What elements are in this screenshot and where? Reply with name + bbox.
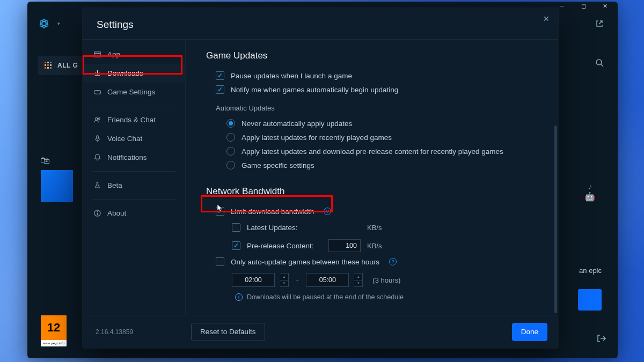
radio-icon: [226, 147, 235, 156]
schedule-note-text: Downloads will be paused at the end of t…: [247, 293, 404, 301]
nav-friends-label: Friends & Chat: [107, 116, 156, 124]
radio-specific[interactable]: Game specific settings: [206, 158, 535, 172]
mic-icon: [93, 135, 101, 143]
pegi-rating-number: 12: [41, 315, 67, 340]
time-to-spinner[interactable]: ▲▼: [354, 273, 363, 287]
checkbox-limit-label: Limit download bandwidth: [231, 208, 314, 216]
search-icon[interactable]: [595, 58, 604, 69]
nav-game-settings-label: Game Settings: [107, 88, 155, 96]
all-games-button[interactable]: ALL G: [38, 56, 84, 75]
checkbox-pause-on-launch[interactable]: Pause updates when I launch a game: [206, 69, 535, 83]
radio-never[interactable]: Never automatically apply updates: [206, 116, 535, 130]
nav-game-settings[interactable]: Game Settings: [83, 83, 185, 101]
checkbox-pause-label: Pause updates when I launch a game: [231, 72, 352, 80]
promo-image: ♪🤖: [578, 182, 602, 202]
battlenet-logo-icon[interactable]: [38, 18, 50, 29]
checkbox-icon[interactable]: [232, 223, 240, 232]
svg-point-8: [95, 117, 97, 120]
radio-icon: [226, 119, 235, 128]
info-icon: i: [235, 293, 243, 301]
svg-point-13: [97, 211, 98, 212]
promo-caption: an epic: [579, 267, 602, 275]
flask-icon: [93, 181, 101, 189]
radio-never-label: Never automatically apply updates: [241, 120, 352, 128]
radio-recent-label: Apply latest updates for recently played…: [241, 134, 392, 142]
logout-icon[interactable]: [596, 334, 606, 345]
radio-recent[interactable]: Apply latest updates for recently played…: [206, 130, 535, 144]
automatic-updates-heading: Automatic Updates: [216, 104, 535, 112]
checkbox-icon: [216, 85, 224, 94]
chevron-down-icon[interactable]: ▾: [57, 21, 60, 26]
section-bandwidth-title: Network Bandwidth: [206, 186, 535, 197]
nav-friends[interactable]: Friends & Chat: [83, 110, 185, 129]
nav-voice-label: Voice Chat: [107, 135, 142, 143]
promo-tile[interactable]: [41, 170, 73, 202]
help-icon[interactable]: ?: [324, 208, 331, 215]
radio-icon: [226, 161, 235, 169]
settings-modal: ✕ Settings App Downloads Game Settings F…: [83, 8, 558, 348]
time-from-spinner[interactable]: ▲▼: [280, 273, 289, 287]
nav-about[interactable]: About: [83, 204, 185, 223]
window-close-button[interactable]: ✕: [594, 2, 616, 10]
users-icon: [93, 116, 101, 124]
nav-beta[interactable]: Beta: [83, 176, 185, 195]
nav-voice[interactable]: Voice Chat: [83, 129, 185, 148]
svg-rect-10: [97, 136, 99, 139]
nav-beta-label: Beta: [107, 181, 122, 189]
done-button[interactable]: Done: [512, 323, 547, 341]
time-from-input[interactable]: [232, 273, 275, 287]
reset-defaults-button[interactable]: Reset to Defaults: [191, 323, 265, 341]
checkbox-notify-auto[interactable]: Notify me when games automatically begin…: [206, 83, 535, 97]
nav-app-label: App: [107, 50, 120, 58]
time-range-row: ▲▼ - ▲▼ (3 hours): [206, 269, 535, 291]
nav-notifications[interactable]: Notifications: [83, 148, 185, 167]
nav-app[interactable]: App: [83, 45, 185, 64]
checkbox-icon: [216, 71, 224, 80]
unit-label: KB/s: [367, 242, 382, 250]
svg-point-3: [596, 60, 602, 65]
checkbox-limit-bandwidth[interactable]: Limit download bandwidth ?: [206, 204, 535, 218]
checkbox-notify-label: Notify me when games automatically begin…: [231, 86, 398, 94]
version-text: 2.16.4.13859: [93, 328, 185, 336]
close-icon[interactable]: ✕: [541, 13, 552, 24]
nav-downloads[interactable]: Downloads: [83, 64, 185, 83]
external-link-icon[interactable]: [592, 16, 607, 31]
pegi-footer: www.pegi.info: [41, 340, 67, 346]
shop-icon[interactable]: 🛍: [40, 155, 50, 166]
checkbox-icon: [216, 257, 224, 266]
checkbox-only-hours[interactable]: Only auto-update games between these hou…: [206, 255, 535, 269]
prerelease-label: Pre-release Content:: [247, 242, 322, 250]
nav-downloads-label: Downloads: [107, 69, 143, 77]
settings-footer: 2.16.4.13859 Reset to Defaults Done: [83, 315, 558, 348]
nav-about-label: About: [107, 209, 126, 217]
grid-icon: [45, 62, 52, 69]
promo-cta-button[interactable]: [578, 289, 602, 311]
latest-updates-label: Latest Updates:: [247, 224, 322, 232]
settings-content: Game Updates Pause updates when I launch…: [186, 40, 555, 315]
window-maximize-button[interactable]: ◻: [573, 2, 594, 10]
checkbox-icon[interactable]: [232, 241, 240, 250]
section-game-updates-title: Game Updates: [206, 50, 535, 61]
schedule-note: i Downloads will be paused at the end of…: [206, 291, 535, 305]
radio-prerelease-label: Apply latest updates and download pre-re…: [241, 147, 503, 156]
duration-label: (3 hours): [372, 276, 400, 284]
radio-prerelease[interactable]: Apply latest updates and download pre-re…: [206, 144, 535, 158]
row-prerelease-content: Pre-release Content: KB/s: [206, 237, 535, 255]
svg-rect-5: [94, 52, 100, 57]
pegi-rating-badge: 12 www.pegi.info: [41, 315, 67, 346]
settings-sidebar: App Downloads Game Settings Friends & Ch…: [83, 40, 186, 315]
svg-point-2: [42, 19, 46, 28]
unit-label: KB/s: [367, 224, 382, 232]
svg-rect-7: [94, 91, 100, 94]
help-icon[interactable]: ?: [389, 258, 397, 265]
prerelease-bandwidth-input[interactable]: [328, 239, 361, 252]
time-to-input[interactable]: [306, 273, 349, 287]
row-latest-updates: Latest Updates: KB/s: [206, 218, 535, 237]
download-icon: [93, 69, 101, 77]
all-games-label: ALL G: [57, 62, 78, 69]
radio-specific-label: Game specific settings: [241, 161, 314, 169]
svg-point-9: [98, 118, 100, 120]
gamepad-icon: [93, 88, 101, 96]
info-icon: [93, 209, 101, 217]
settings-title: Settings: [83, 8, 558, 36]
